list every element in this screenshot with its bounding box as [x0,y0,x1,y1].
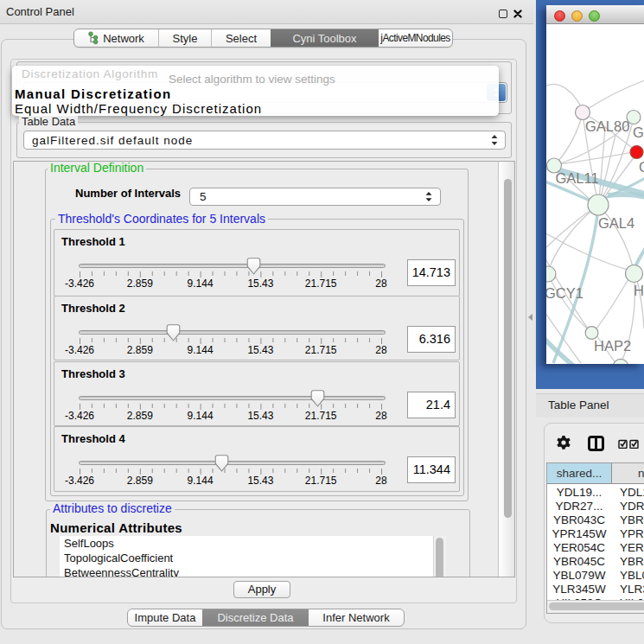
svg-text:HAP2: HAP2 [594,338,631,354]
svg-text:GA: GA [633,124,644,140]
svg-text:GAL80: GAL80 [585,118,629,134]
svg-text:GAL4: GAL4 [598,215,634,231]
svg-text:GAL11: GAL11 [556,170,599,186]
svg-text:H: H [634,283,644,298]
svg-text:GCY1: GCY1 [546,285,583,301]
svg-text:C: C [639,159,644,175]
